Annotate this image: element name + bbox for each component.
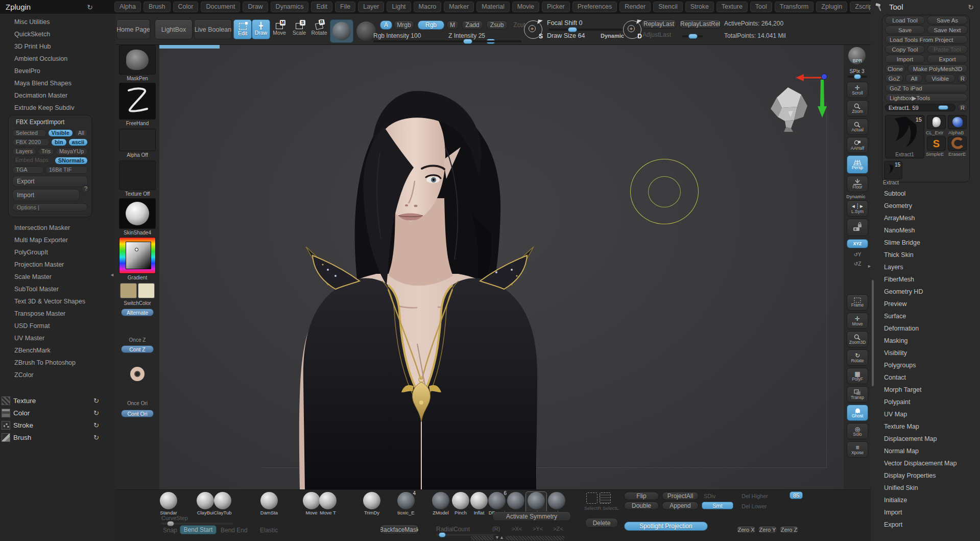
del-lower-button[interactable]: Del Lower — [742, 503, 767, 509]
active-tool-thumbnail[interactable]: 15 Extract1 — [885, 115, 924, 158]
tool-subpalette-item[interactable]: Initialize — [871, 494, 980, 506]
menu-item[interactable]: Alpha — [114, 2, 141, 12]
goz-all-button[interactable]: All — [905, 74, 923, 83]
tool-subpalette-item[interactable]: Thick Skin — [871, 249, 980, 261]
extract-tool-thumbnail[interactable]: 15 — [884, 161, 902, 179]
popout-icon[interactable]: ↻ — [93, 434, 99, 441]
menu-item[interactable]: Preferences — [572, 2, 617, 12]
brush-slot[interactable]: DamSta — [259, 492, 279, 515]
material-thumbnail[interactable] — [119, 198, 156, 229]
fbx-import-button[interactable]: Import — [12, 189, 80, 201]
popout-icon[interactable]: ↻ — [93, 397, 99, 405]
rgb-intensity-slider-label[interactable]: Rgb Intensity 100 — [373, 32, 421, 39]
save-as-button[interactable]: Save As — [927, 16, 968, 25]
menu-item[interactable]: Draw — [243, 2, 268, 12]
bpr-button[interactable]: BPR — [848, 47, 867, 65]
zplugin-item[interactable]: Transpose Master — [0, 308, 115, 320]
replay-last-button[interactable]: ReplayLast — [641, 19, 677, 29]
transparency-button[interactable]: Transp — [847, 386, 868, 403]
smt-toggle[interactable]: Smt — [702, 502, 733, 509]
live-boolean-button[interactable]: Live Boolean — [194, 19, 232, 39]
zplugin-item[interactable]: PolyGroupIt — [0, 246, 115, 258]
z-intensity-slider[interactable] — [445, 40, 521, 42]
menu-item[interactable]: Movie — [512, 2, 539, 12]
menu-item[interactable]: Texture — [716, 2, 748, 12]
panel-collapse-handle[interactable]: ◄ — [110, 272, 114, 277]
zplugin-item[interactable]: Extrude Keep Subdiv — [0, 102, 115, 114]
fbx-bin-button[interactable]: bin — [51, 138, 67, 146]
palette-row-color[interactable]: Color ↻ — [0, 407, 115, 419]
brush-slot[interactable]: TrimDy — [362, 492, 382, 515]
zplugin-item[interactable]: Text 3D & Vector Shapes — [0, 295, 115, 308]
floor-button[interactable]: Floor — [847, 176, 868, 192]
zadd-toggle[interactable]: Zadd — [462, 20, 483, 30]
maskpen-brush-thumbnail[interactable] — [119, 45, 156, 75]
axis-gizmo[interactable] — [793, 69, 828, 121]
popout-icon[interactable]: ↻ — [93, 421, 99, 429]
brush-slot[interactable]: Move T — [318, 492, 338, 515]
document-canvas[interactable] — [159, 45, 844, 489]
zplugin-item[interactable]: Intersection Masker — [0, 222, 115, 234]
select-lasso-icon[interactable] — [600, 492, 611, 504]
rotate-canvas-button[interactable]: ↻Rotate — [847, 349, 868, 366]
curvestep-slider[interactable] — [161, 523, 233, 525]
adjust-last-slider[interactable] — [682, 35, 703, 37]
move-canvas-button[interactable]: ✛Move — [847, 313, 868, 329]
extract-r-button[interactable]: R — [958, 104, 968, 111]
copy-tool-button[interactable]: Copy Tool — [885, 45, 925, 54]
adjust-last-label[interactable]: AdjustLast — [642, 31, 671, 38]
tool-subpalette-item[interactable]: Unified Skin — [871, 482, 980, 494]
brush-slot[interactable]: Standar — [158, 492, 179, 515]
zplugin-item[interactable]: Projection Master — [0, 258, 115, 271]
menu-item[interactable]: File — [335, 2, 355, 12]
menu-item[interactable]: Edit — [311, 2, 332, 12]
current-material-thumbnail[interactable] — [354, 19, 378, 43]
tool-subpalette-item[interactable]: ArrayMesh — [871, 212, 980, 224]
tool-subpalette-item[interactable]: Preview — [871, 298, 980, 310]
zoom-button[interactable]: Zoom — [847, 100, 868, 116]
tool-subpalette-item[interactable]: Polygroups — [871, 359, 980, 371]
extract-slider[interactable]: Extract1. 59 — [885, 104, 955, 111]
cont-ori-button[interactable]: Cont Ori — [121, 410, 154, 417]
zplugin-item[interactable]: ZBrush To Photoshop — [0, 357, 115, 369]
palette-row-brush[interactable]: Brush ↻ — [0, 431, 115, 443]
draw-button[interactable]: ╋ Draw — [252, 19, 270, 39]
curvestep-slider-label[interactable]: CurveStep — [161, 515, 188, 521]
tool-subpalette-item[interactable]: Visibility — [871, 347, 980, 359]
draw-size-slider-label[interactable]: Draw Size 64 — [547, 32, 585, 39]
delete-button[interactable]: Delete — [585, 518, 618, 528]
fbx-title[interactable]: FBX ExportImport — [9, 115, 91, 128]
load-tools-from-project-button[interactable]: Load Tools From Project — [885, 35, 968, 44]
radial-r-toggle[interactable]: (R) — [492, 526, 500, 532]
tool-palette-scrollbar[interactable] — [872, 280, 874, 386]
tool-panel-refresh-icon[interactable]: ↻ — [968, 3, 974, 11]
fbx-export-button[interactable]: Export — [12, 176, 88, 187]
make-polymesh3d-button[interactable]: Make PolyMesh3D — [907, 64, 968, 73]
xpose-button[interactable]: ≡Xpose — [847, 441, 868, 458]
popout-icon[interactable]: ↻ — [93, 409, 99, 417]
fbx-tris-button[interactable]: Tris — [38, 148, 54, 155]
bend-end-button[interactable]: Bend End — [221, 527, 248, 534]
goz-to-ipad-button[interactable]: GoZ To iPad — [885, 84, 968, 92]
tool-slot-4[interactable] — [948, 136, 967, 151]
tool-subpalette-item[interactable]: Display Properties — [871, 469, 980, 482]
tool-subpalette-item[interactable]: Contact — [871, 371, 980, 384]
rotate-xyz-button[interactable]: XYZ — [847, 239, 868, 248]
double-button[interactable]: Double — [624, 502, 659, 510]
zplugin-item[interactable]: Misc Utilities — [0, 16, 115, 28]
fbx-mayayup-button[interactable]: MayaYUp — [56, 148, 88, 155]
dots-stroke-button[interactable]: +D — [623, 20, 641, 39]
tool-subpalette-item[interactable]: Polypaint — [871, 396, 980, 408]
tool-subpalette-item[interactable]: Layers — [871, 261, 980, 273]
fbx-ascii-button[interactable]: ascii — [68, 138, 88, 146]
brush-slot[interactable]: Pinch — [450, 492, 471, 515]
menu-item[interactable]: Zplugin — [816, 2, 847, 12]
bend-start-button[interactable]: Bend Start — [180, 525, 217, 534]
mrgb-toggle[interactable]: Mrgb — [394, 20, 414, 30]
anti-alias-toggle[interactable]: A — [380, 20, 392, 30]
append-button[interactable]: Append — [662, 502, 699, 510]
lock-camera-button[interactable] — [847, 219, 868, 236]
tool-subpalette-item[interactable]: Vector Displacement Map — [871, 457, 980, 469]
tool-subpalette-item[interactable]: Surface — [871, 310, 980, 322]
save-button[interactable]: Save — [885, 26, 925, 34]
